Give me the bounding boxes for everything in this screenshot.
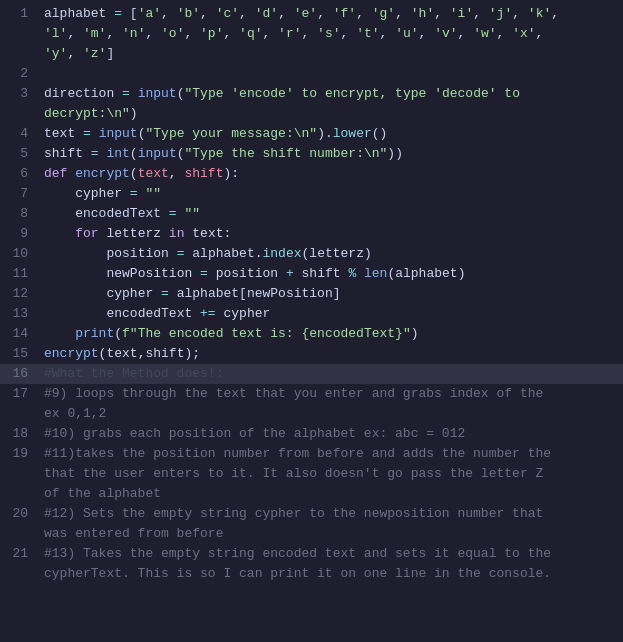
code-line: 17#9) loops through the text that you en… [0,384,623,404]
line-number: 9 [0,224,40,244]
line-text: that the user enters to it. It also does… [40,464,623,484]
code-line: 11 newPosition = position + shift % len(… [0,264,623,284]
line-text: of the alphabet [40,484,623,504]
line-number: 11 [0,264,40,284]
line-number: 14 [0,324,40,344]
line-number [0,44,40,64]
line-number: 19 [0,444,40,464]
code-line: 4text = input("Type your message:\n").lo… [0,124,623,144]
line-text: decrypt:\n") [40,104,623,124]
code-line: 'l', 'm', 'n', 'o', 'p', 'q', 'r', 's', … [0,24,623,44]
line-number: 7 [0,184,40,204]
code-line: 9 for letterz in text: [0,224,623,244]
line-text: cypher = "" [40,184,623,204]
line-text: 'l', 'm', 'n', 'o', 'p', 'q', 'r', 's', … [40,24,623,44]
line-number: 16 [0,364,40,384]
line-number: 18 [0,424,40,444]
line-number: 20 [0,504,40,524]
line-number [0,464,40,484]
code-line: cypherText. This is so I can print it on… [0,564,623,584]
code-line: 16#What the Method does!: [0,364,623,384]
code-line: ex 0,1,2 [0,404,623,424]
line-text: alphabet = ['a', 'b', 'c', 'd', 'e', 'f'… [40,4,623,24]
line-number: 12 [0,284,40,304]
line-number: 13 [0,304,40,324]
line-number: 1 [0,4,40,24]
line-number [0,524,40,544]
line-text: direction = input("Type 'encode' to encr… [40,84,623,104]
code-line: 18#10) grabs each position of the alphab… [0,424,623,444]
line-number [0,564,40,584]
line-text: newPosition = position + shift % len(alp… [40,264,623,284]
line-text: #What the Method does!: [40,364,623,384]
line-text: position = alphabet.index(letterz) [40,244,623,264]
code-line: 19#11)takes the position number from bef… [0,444,623,464]
line-text: print(f"The encoded text is: {encodedTex… [40,324,623,344]
line-text: for letterz in text: [40,224,623,244]
line-text: encrypt(text,shift); [40,344,623,364]
line-number [0,24,40,44]
line-number: 4 [0,124,40,144]
code-line: that the user enters to it. It also does… [0,464,623,484]
line-number: 21 [0,544,40,564]
line-text: was entered from before [40,524,623,544]
code-line: 12 cypher = alphabet[newPosition] [0,284,623,304]
code-line: 6def encrypt(text, shift): [0,164,623,184]
line-text: ex 0,1,2 [40,404,623,424]
code-line: 20#12) Sets the empty string cypher to t… [0,504,623,524]
code-line: decrypt:\n") [0,104,623,124]
line-text: encodedText = "" [40,204,623,224]
code-line: 1alphabet = ['a', 'b', 'c', 'd', 'e', 'f… [0,4,623,24]
code-line: was entered from before [0,524,623,544]
code-line: 21#13) Takes the empty string encoded te… [0,544,623,564]
code-line: 'y', 'z'] [0,44,623,64]
code-line: 10 position = alphabet.index(letterz) [0,244,623,264]
code-line: 2 [0,64,623,84]
line-number: 6 [0,164,40,184]
line-text: cypher = alphabet[newPosition] [40,284,623,304]
code-editor: 1alphabet = ['a', 'b', 'c', 'd', 'e', 'f… [0,0,623,642]
line-number [0,104,40,124]
line-text: cypherText. This is so I can print it on… [40,564,623,584]
line-number: 8 [0,204,40,224]
code-line: 7 cypher = "" [0,184,623,204]
code-line: 13 encodedText += cypher [0,304,623,324]
code-line: 8 encodedText = "" [0,204,623,224]
line-number: 15 [0,344,40,364]
line-text: shift = int(input("Type the shift number… [40,144,623,164]
line-text [40,64,623,84]
line-text: #13) Takes the empty string encoded text… [40,544,623,564]
line-number: 5 [0,144,40,164]
line-number [0,404,40,424]
line-number: 17 [0,384,40,404]
line-text: def encrypt(text, shift): [40,164,623,184]
line-text: text = input("Type your message:\n").low… [40,124,623,144]
code-line: 5shift = int(input("Type the shift numbe… [0,144,623,164]
line-text: #9) loops through the text that you ente… [40,384,623,404]
line-number: 10 [0,244,40,264]
code-line: 3direction = input("Type 'encode' to enc… [0,84,623,104]
line-text: #11)takes the position number from befor… [40,444,623,464]
line-text: encodedText += cypher [40,304,623,324]
line-number: 3 [0,84,40,104]
line-number [0,484,40,504]
code-line: 15encrypt(text,shift); [0,344,623,364]
line-number: 2 [0,64,40,84]
line-text: #12) Sets the empty string cypher to the… [40,504,623,524]
code-line: 14 print(f"The encoded text is: {encoded… [0,324,623,344]
code-line: of the alphabet [0,484,623,504]
line-text: #10) grabs each position of the alphabet… [40,424,623,444]
line-text: 'y', 'z'] [40,44,623,64]
